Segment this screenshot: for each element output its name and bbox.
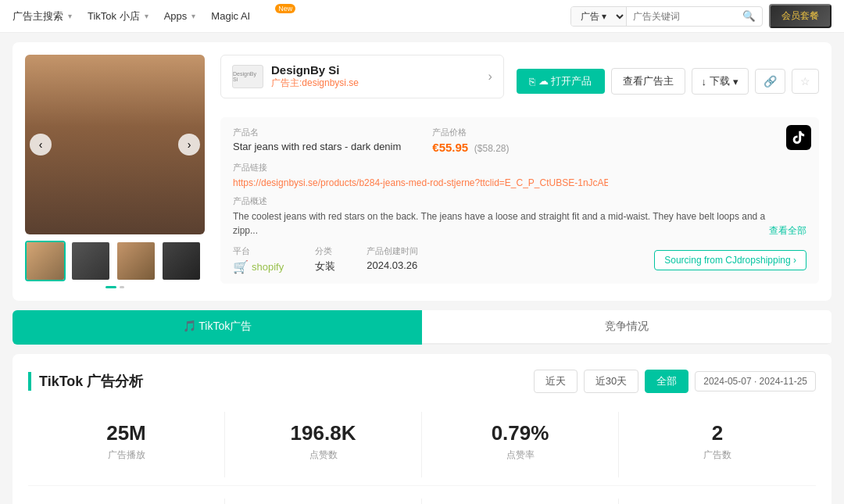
search-wrap: 广告 ▾ 🔍: [570, 6, 763, 27]
detail-bottom-left: 平台 🛒 shopify 分类 女装 产品创建时间 202: [233, 245, 418, 274]
next-image-button[interactable]: ›: [178, 134, 200, 155]
detail-name-price: 产品名 Star jeans with red stars - dark den…: [233, 127, 806, 154]
tab-competition[interactable]: 竞争情况: [422, 310, 831, 345]
price-usd: ($58.28): [474, 143, 510, 154]
nav-apps[interactable]: Apps ▾: [164, 10, 196, 22]
brand-url: 广告主:designbysi.se: [271, 77, 359, 90]
product-info: DesignBy Si DesignBy Si 广告主:designbysi.s…: [220, 55, 819, 288]
stat-ad-count: 2 广告数: [619, 412, 816, 477]
filter-buttons: 近天 近30天 全部 2024-05-07 · 2024-11-25: [534, 370, 816, 393]
thumbnails: [25, 241, 205, 281]
search-button[interactable]: 🔍: [736, 7, 762, 25]
price-eur: €55.95: [432, 141, 468, 154]
tabs-row: 🎵 TikTok广告 竞争情况: [13, 310, 831, 345]
image-dots: [25, 286, 205, 288]
action-buttons: ⎘ ☁ 打开产品 查看广告主 ↓ 下载 ▾ 🔗 ☆: [517, 68, 819, 95]
link-button[interactable]: 🔗: [755, 69, 785, 94]
stat-like-rate: 0.79% 点赞率: [422, 412, 619, 477]
nav-arrow-icon: ▾: [191, 12, 195, 20]
download-chevron-icon: ▾: [733, 76, 738, 88]
thumbnail-4[interactable]: [161, 241, 202, 281]
main-image: ‹ ›: [25, 55, 205, 234]
detail-product-name: 产品名 Star jeans with red stars - dark den…: [233, 127, 401, 154]
brand-logo: DesignBy Si: [232, 65, 263, 88]
stat-run-days: 201 投放天数: [225, 499, 422, 504]
filter-all[interactable]: 全部: [645, 370, 688, 393]
product-link: https://designbysi.se/products/b284-jean…: [233, 176, 608, 189]
nav-magic-ai[interactable]: Magic AI New: [211, 10, 277, 22]
detail-create-date: 产品创建时间 2024.03.26: [367, 245, 418, 271]
view-all-button[interactable]: 查看全部: [769, 223, 806, 238]
filter-recent-days[interactable]: 近天: [534, 370, 578, 393]
main-content: ‹ ›: [0, 33, 844, 504]
star-button[interactable]: ☆: [792, 69, 819, 94]
download-icon: ↓: [702, 76, 707, 88]
thumbnail-2[interactable]: [70, 241, 111, 281]
stat-start-date: 2024.05.07 广告开始日期: [422, 499, 619, 504]
stats-grid: 25M 广告播放 196.8K 点赞数 0.79% 点赞率 2 广告数: [28, 412, 816, 477]
detail-link: 产品链接 https://designbysi.se/products/b284…: [233, 162, 806, 189]
stat-end-date: 2024.11.25 广告结束日期: [619, 499, 816, 504]
product-desc: The coolest jeans with red stars on the …: [233, 209, 806, 238]
image-section: ‹ ›: [25, 55, 205, 288]
brand-arrow-icon: ›: [488, 70, 492, 84]
header: 广告主搜索 ▾ TikTok 小店 ▾ Apps ▾ Magic AI New …: [0, 0, 844, 33]
sourcing-button[interactable]: Sourcing from CJdropshipping ›: [654, 250, 806, 270]
new-badge: New: [275, 4, 295, 13]
brand-name: DesignBy Si: [271, 63, 359, 77]
open-product-button[interactable]: ⎘ ☁ 打开产品: [517, 69, 605, 94]
stat-likes: 196.8K 点赞数: [225, 412, 422, 477]
brand-left: DesignBy Si DesignBy Si 广告主:designbysi.s…: [232, 63, 359, 90]
dot-1: [106, 286, 116, 288]
stats-grid-2: $37.9K-152.1K 广告花费 201 投放天数 2024.05.07 广…: [28, 485, 816, 504]
nav-arrow-icon: ▾: [68, 12, 72, 20]
nav-tiktok-shop[interactable]: TikTok 小店 ▾: [88, 9, 148, 23]
search-input[interactable]: [627, 8, 736, 25]
analytics-title: TikTok 广告分析: [28, 372, 143, 391]
dot-2: [120, 286, 124, 288]
search-type-select[interactable]: 广告 ▾: [571, 7, 627, 26]
view-advertiser-button[interactable]: 查看广告主: [611, 68, 685, 95]
shopify-logo: 🛒 shopify: [233, 259, 284, 274]
product-details: 产品名 Star jeans with red stars - dark den…: [220, 117, 819, 284]
detail-price: 产品价格 €55.95 ($58.28): [432, 127, 509, 154]
detail-bottom-row: 平台 🛒 shopify 分类 女装 产品创建时间 202: [233, 245, 806, 274]
brand-info: DesignBy Si 广告主:designbysi.se: [271, 63, 359, 90]
vip-button[interactable]: 会员套餐: [769, 4, 831, 28]
analytics-section: TikTok 广告分析 近天 近30天 全部 2024-05-07 · 2024…: [13, 354, 831, 504]
stat-plays: 25M 广告播放: [28, 412, 225, 477]
brand-card[interactable]: DesignBy Si DesignBy Si 广告主:designbysi.s…: [220, 55, 504, 98]
analytics-header: TikTok 广告分析 近天 近30天 全部 2024-05-07 · 2024…: [28, 370, 816, 393]
tiktok-icon: [786, 125, 811, 150]
detail-category: 分类 女装: [315, 245, 335, 273]
filter-30-days[interactable]: 近30天: [584, 370, 638, 393]
nav-ad-search[interactable]: 广告主搜索 ▾: [13, 9, 72, 23]
header-right: 广告 ▾ 🔍 会员套餐: [570, 4, 831, 28]
date-range: 2024-05-07 · 2024-11-25: [695, 371, 816, 391]
thumbnail-1[interactable]: [25, 241, 66, 281]
thumbnail-3[interactable]: [116, 241, 156, 281]
stat-ad-cost: $37.9K-152.1K 广告花费: [28, 499, 225, 504]
prev-image-button[interactable]: ‹: [30, 134, 52, 155]
open-product-icon: ⎘: [529, 76, 535, 88]
download-button[interactable]: ↓ 下载 ▾: [692, 68, 749, 95]
product-card: ‹ ›: [13, 42, 831, 301]
tab-tiktok-ads[interactable]: 🎵 TikTok广告: [13, 310, 422, 345]
shopify-icon: 🛒: [233, 259, 249, 274]
detail-desc: 产品概述 The coolest jeans with red stars on…: [233, 195, 806, 238]
detail-platform: 平台 🛒 shopify: [233, 245, 284, 274]
nav-arrow-icon: ▾: [145, 12, 148, 20]
